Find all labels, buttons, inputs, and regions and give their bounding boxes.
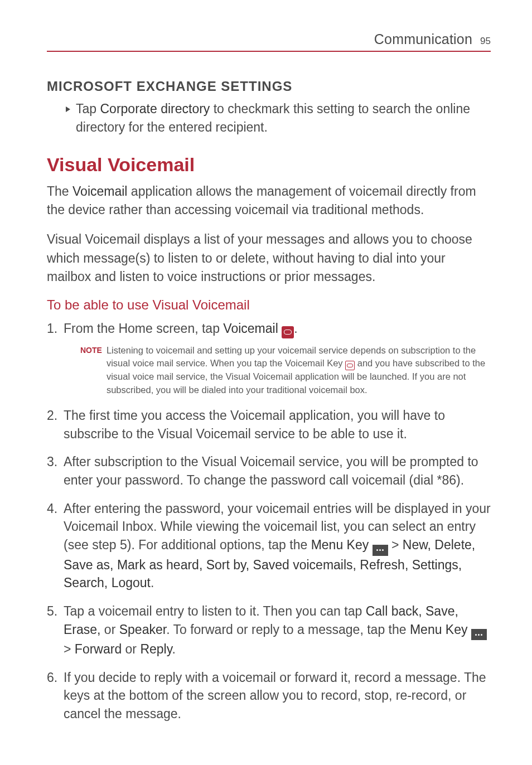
- ms-exchange-heading: MICROSOFT EXCHANGE SETTINGS: [47, 79, 491, 94]
- vv-para-2: Visual Voicemail displays a list of your…: [47, 230, 491, 286]
- note-block: NOTE Listening to voicemail and setting …: [64, 344, 491, 396]
- vv-para-1: The Voicemail application allows the man…: [47, 182, 491, 220]
- bullet-prefix: Tap: [76, 101, 100, 116]
- step-3: After subscription to the Visual Voicema…: [47, 453, 491, 489]
- vv-subheading: To be able to use Visual Voicemail: [47, 297, 491, 313]
- step-5: Tap a voicemail entry to listen to it. T…: [47, 602, 491, 659]
- term-voicemail: Voicemail: [72, 184, 127, 198]
- note-body: Listening to voicemail and setting up yo…: [107, 344, 491, 396]
- step4-period: .: [151, 575, 154, 590]
- page-number: 95: [480, 36, 491, 47]
- step-4: After entering the password, your voicem…: [47, 500, 491, 592]
- ms-exchange-bullet: Tap Corporate directory to checkmark thi…: [47, 100, 491, 137]
- step5-gt: >: [64, 642, 75, 656]
- step1-period: .: [294, 321, 297, 336]
- page-header: Communication 95: [47, 31, 491, 52]
- term-voicemail-app: Voicemail: [223, 321, 282, 336]
- step5-or2: or: [122, 642, 140, 656]
- voicemail-app-icon: [282, 326, 294, 338]
- term-corporate-directory: Corporate directory: [100, 101, 210, 116]
- term-menu-key: Menu Key: [311, 538, 373, 552]
- step-2: The first time you access the Voicemail …: [47, 406, 491, 443]
- steps-list: From the Home screen, tap Voicemail . NO…: [47, 319, 491, 723]
- step1-text-a: From the Home screen, tap: [64, 321, 223, 336]
- step5-or: or: [100, 622, 119, 637]
- term-reply: Reply: [140, 642, 172, 656]
- step-6: If you decide to reply with a voicemail …: [47, 669, 491, 723]
- step5-period: .: [172, 642, 176, 656]
- term-speaker: Speaker: [119, 622, 166, 637]
- voicemail-key-icon: [345, 361, 355, 370]
- note-label: NOTE: [80, 344, 102, 396]
- menu-key-icon-2: [471, 629, 487, 640]
- step-1: From the Home screen, tap Voicemail . NO…: [47, 319, 491, 396]
- menu-key-icon: [373, 545, 388, 556]
- visual-voicemail-title: Visual Voicemail: [47, 154, 491, 176]
- step4-gt: >: [388, 538, 403, 552]
- bullet-text: Tap Corporate directory to checkmark thi…: [76, 100, 491, 137]
- header-section-title: Communication: [374, 31, 472, 47]
- triangle-bullet-icon: [66, 106, 70, 112]
- term-menu-key-2: Menu Key: [410, 622, 471, 637]
- ms-exchange-section: MICROSOFT EXCHANGE SETTINGS Tap Corporat…: [47, 79, 491, 137]
- step5-text-b: . To forward or reply to a message, tap …: [166, 622, 410, 637]
- step5-text-a: Tap a voicemail entry to listen to it. T…: [64, 604, 366, 618]
- vv-p1a: The: [47, 184, 72, 198]
- term-forward: Forward: [75, 642, 122, 656]
